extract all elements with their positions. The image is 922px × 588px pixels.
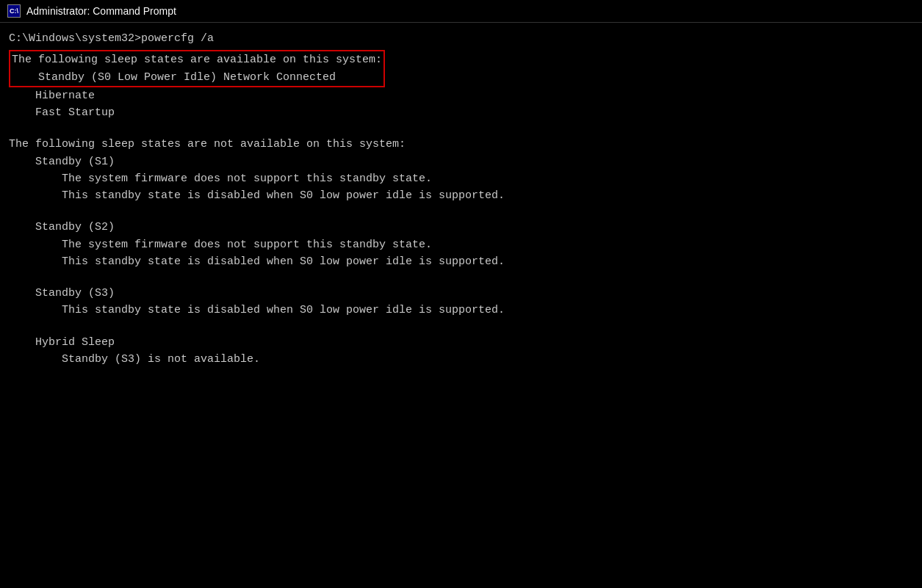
hybrid-sleep-name: Hybrid Sleep (9, 334, 913, 351)
standby-s2-name: Standby (S2) (9, 219, 913, 236)
standby-s3-name: Standby (S3) (9, 285, 913, 302)
standby-s1-reason-0: The system firmware does not support thi… (9, 170, 913, 187)
prompt-line: C:\Windows\system32>powercfg /a (9, 30, 913, 47)
standby-s1-name: Standby (S1) (9, 153, 913, 170)
cmd-icon: C:\ (7, 4, 21, 18)
highlighted-section: The following sleep states are available… (9, 50, 385, 87)
standby-s1-reason-1: This standby state is disabled when S0 l… (9, 187, 913, 204)
available-state-2: Fast Startup (9, 104, 913, 121)
standby-s3-reason-0: This standby state is disabled when S0 l… (9, 302, 913, 319)
terminal-body: C:\Windows\system32>powercfg /a The foll… (0, 23, 922, 375)
available-state-0: Standby (S0 Low Power Idle) Network Conn… (12, 69, 382, 86)
title-bar: C:\ Administrator: Command Prompt (0, 0, 922, 23)
title-bar-text: Administrator: Command Prompt (26, 5, 176, 17)
hybrid-sleep-reason-0: Standby (S3) is not available. (9, 351, 913, 368)
not-available-header: The following sleep states are not avail… (9, 136, 913, 153)
available-header: The following sleep states are available… (12, 51, 382, 68)
available-state-1: Hibernate (9, 87, 913, 104)
standby-s2-reason-0: The system firmware does not support thi… (9, 236, 913, 253)
standby-s2-reason-1: This standby state is disabled when S0 l… (9, 253, 913, 270)
